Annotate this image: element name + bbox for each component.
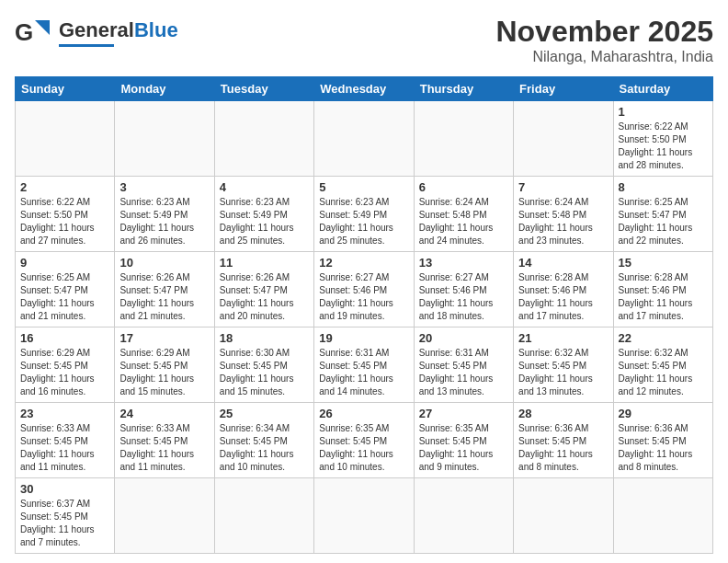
calendar-day-cell — [214, 478, 313, 554]
day-info: Sunrise: 6:33 AM Sunset: 5:45 PM Dayligh… — [119, 422, 209, 474]
day-number: 9 — [20, 256, 109, 270]
calendar-day-cell: 25Sunrise: 6:34 AM Sunset: 5:45 PM Dayli… — [214, 403, 313, 478]
day-number: 13 — [419, 256, 508, 270]
day-info: Sunrise: 6:27 AM Sunset: 5:46 PM Dayligh… — [419, 271, 508, 323]
day-number: 16 — [20, 331, 109, 345]
day-number: 3 — [119, 180, 209, 194]
calendar-day-cell: 12Sunrise: 6:27 AM Sunset: 5:46 PM Dayli… — [314, 252, 414, 327]
day-info: Sunrise: 6:30 AM Sunset: 5:45 PM Dayligh… — [220, 347, 309, 398]
day-info: Sunrise: 6:33 AM Sunset: 5:45 PM Dayligh… — [20, 422, 109, 474]
day-number: 5 — [319, 180, 408, 194]
calendar-day-cell: 16Sunrise: 6:29 AM Sunset: 5:45 PM Dayli… — [16, 327, 115, 403]
calendar-week-row: 16Sunrise: 6:29 AM Sunset: 5:45 PM Dayli… — [16, 327, 713, 403]
weekday-header-cell: Sunday — [16, 77, 115, 101]
day-info: Sunrise: 6:31 AM Sunset: 5:45 PM Dayligh… — [419, 347, 508, 398]
calendar-day-cell — [314, 101, 414, 177]
day-number: 10 — [119, 256, 209, 270]
day-info: Sunrise: 6:25 AM Sunset: 5:47 PM Dayligh… — [619, 196, 708, 247]
calendar-day-cell: 8Sunrise: 6:25 AM Sunset: 5:47 PM Daylig… — [613, 177, 712, 252]
calendar-day-cell: 4Sunrise: 6:23 AM Sunset: 5:49 PM Daylig… — [214, 177, 313, 252]
day-number: 8 — [619, 180, 708, 194]
day-info: Sunrise: 6:34 AM Sunset: 5:45 PM Dayligh… — [220, 422, 309, 474]
calendar-week-row: 30Sunrise: 6:37 AM Sunset: 5:45 PM Dayli… — [16, 478, 713, 554]
calendar-day-cell: 18Sunrise: 6:30 AM Sunset: 5:45 PM Dayli… — [214, 327, 313, 403]
day-number: 21 — [518, 331, 608, 345]
day-number: 2 — [20, 180, 109, 194]
day-info: Sunrise: 6:32 AM Sunset: 5:45 PM Dayligh… — [518, 347, 608, 398]
weekday-header-cell: Friday — [514, 77, 613, 101]
weekday-header-row: SundayMondayTuesdayWednesdayThursdayFrid… — [16, 77, 713, 101]
calendar-day-cell: 15Sunrise: 6:28 AM Sunset: 5:46 PM Dayli… — [613, 252, 712, 327]
day-info: Sunrise: 6:25 AM Sunset: 5:47 PM Dayligh… — [20, 271, 109, 323]
logo-icon: G — [15, 15, 55, 52]
weekday-header-cell: Wednesday — [314, 77, 414, 101]
calendar-day-cell: 28Sunrise: 6:36 AM Sunset: 5:45 PM Dayli… — [514, 403, 613, 478]
calendar-day-cell — [314, 478, 414, 554]
calendar-day-cell — [214, 101, 313, 177]
day-info: Sunrise: 6:37 AM Sunset: 5:45 PM Dayligh… — [20, 498, 109, 549]
day-number: 15 — [619, 256, 708, 270]
day-info: Sunrise: 6:23 AM Sunset: 5:49 PM Dayligh… — [319, 196, 408, 247]
calendar-day-cell: 7Sunrise: 6:24 AM Sunset: 5:48 PM Daylig… — [514, 177, 613, 252]
calendar-week-row: 2Sunrise: 6:22 AM Sunset: 5:50 PM Daylig… — [16, 177, 713, 252]
calendar-day-cell: 27Sunrise: 6:35 AM Sunset: 5:45 PM Dayli… — [414, 403, 513, 478]
day-info: Sunrise: 6:24 AM Sunset: 5:48 PM Dayligh… — [518, 196, 608, 247]
day-number: 4 — [220, 180, 309, 194]
day-number: 17 — [119, 331, 209, 345]
calendar-week-row: 23Sunrise: 6:33 AM Sunset: 5:45 PM Dayli… — [16, 403, 713, 478]
calendar-day-cell: 6Sunrise: 6:24 AM Sunset: 5:48 PM Daylig… — [414, 177, 513, 252]
day-info: Sunrise: 6:28 AM Sunset: 5:46 PM Dayligh… — [518, 271, 608, 323]
calendar-day-cell: 5Sunrise: 6:23 AM Sunset: 5:49 PM Daylig… — [314, 177, 414, 252]
calendar-day-cell: 22Sunrise: 6:32 AM Sunset: 5:45 PM Dayli… — [613, 327, 712, 403]
calendar-day-cell: 29Sunrise: 6:36 AM Sunset: 5:45 PM Dayli… — [613, 403, 712, 478]
day-number: 22 — [619, 331, 708, 345]
day-number: 30 — [20, 482, 109, 496]
calendar-body: 1Sunrise: 6:22 AM Sunset: 5:50 PM Daylig… — [16, 101, 713, 554]
day-info: Sunrise: 6:22 AM Sunset: 5:50 PM Dayligh… — [619, 121, 708, 172]
calendar-day-cell: 13Sunrise: 6:27 AM Sunset: 5:46 PM Dayli… — [414, 252, 513, 327]
calendar-day-cell — [514, 101, 613, 177]
day-info: Sunrise: 6:28 AM Sunset: 5:46 PM Dayligh… — [619, 271, 708, 323]
day-number: 11 — [220, 256, 309, 270]
calendar-day-cell: 21Sunrise: 6:32 AM Sunset: 5:45 PM Dayli… — [514, 327, 613, 403]
day-number: 14 — [518, 256, 608, 270]
calendar-day-cell — [16, 101, 115, 177]
calendar-day-cell: 26Sunrise: 6:35 AM Sunset: 5:45 PM Dayli… — [314, 403, 414, 478]
calendar-day-cell: 23Sunrise: 6:33 AM Sunset: 5:45 PM Dayli… — [16, 403, 115, 478]
weekday-header-cell: Monday — [115, 77, 214, 101]
day-info: Sunrise: 6:24 AM Sunset: 5:48 PM Dayligh… — [419, 196, 508, 247]
calendar-week-row: 1Sunrise: 6:22 AM Sunset: 5:50 PM Daylig… — [16, 101, 713, 177]
day-info: Sunrise: 6:35 AM Sunset: 5:45 PM Dayligh… — [319, 422, 408, 474]
day-info: Sunrise: 6:31 AM Sunset: 5:45 PM Dayligh… — [319, 347, 408, 398]
day-info: Sunrise: 6:36 AM Sunset: 5:45 PM Dayligh… — [619, 422, 708, 474]
day-info: Sunrise: 6:26 AM Sunset: 5:47 PM Dayligh… — [119, 271, 209, 323]
day-number: 29 — [619, 407, 708, 420]
svg-text:G: G — [15, 18, 33, 46]
calendar-day-cell: 11Sunrise: 6:26 AM Sunset: 5:47 PM Dayli… — [214, 252, 313, 327]
day-number: 23 — [20, 407, 109, 420]
calendar-day-cell: 17Sunrise: 6:29 AM Sunset: 5:45 PM Dayli… — [115, 327, 214, 403]
calendar-day-cell: 30Sunrise: 6:37 AM Sunset: 5:45 PM Dayli… — [16, 478, 115, 554]
calendar-day-cell: 10Sunrise: 6:26 AM Sunset: 5:47 PM Dayli… — [115, 252, 214, 327]
logo: G GeneralBlue — [15, 15, 178, 52]
day-number: 19 — [319, 331, 408, 345]
calendar-day-cell: 19Sunrise: 6:31 AM Sunset: 5:45 PM Dayli… — [314, 327, 414, 403]
calendar-day-cell: 14Sunrise: 6:28 AM Sunset: 5:46 PM Dayli… — [514, 252, 613, 327]
day-number: 24 — [119, 407, 209, 420]
calendar-day-cell: 1Sunrise: 6:22 AM Sunset: 5:50 PM Daylig… — [613, 101, 712, 177]
day-number: 12 — [319, 256, 408, 270]
weekday-header-cell: Tuesday — [214, 77, 313, 101]
day-info: Sunrise: 6:32 AM Sunset: 5:45 PM Dayligh… — [619, 347, 708, 398]
day-info: Sunrise: 6:35 AM Sunset: 5:45 PM Dayligh… — [419, 422, 508, 474]
calendar-day-cell: 20Sunrise: 6:31 AM Sunset: 5:45 PM Dayli… — [414, 327, 513, 403]
day-number: 20 — [419, 331, 508, 345]
calendar-day-cell — [115, 101, 214, 177]
day-info: Sunrise: 6:26 AM Sunset: 5:47 PM Dayligh… — [220, 271, 309, 323]
day-info: Sunrise: 6:27 AM Sunset: 5:46 PM Dayligh… — [319, 271, 408, 323]
day-number: 25 — [220, 407, 309, 420]
calendar-day-cell: 3Sunrise: 6:23 AM Sunset: 5:49 PM Daylig… — [115, 177, 214, 252]
day-number: 28 — [518, 407, 608, 420]
svg-marker-1 — [35, 20, 50, 35]
day-info: Sunrise: 6:29 AM Sunset: 5:45 PM Dayligh… — [20, 347, 109, 398]
page-header: G GeneralBlue November 2025 Nilanga, Mah… — [15, 15, 713, 65]
